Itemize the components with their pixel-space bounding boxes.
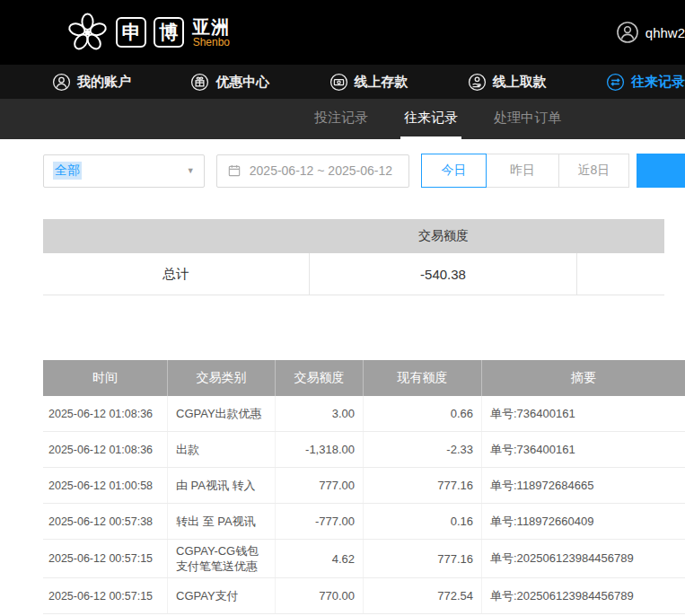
cell-summary: 单号:202506123984456789: [482, 578, 685, 613]
cell-type: 转出 至 PA视讯: [168, 504, 276, 539]
brand-char-shen: 申: [116, 17, 146, 48]
summary-empty-cell: [577, 253, 664, 295]
summary-total-row: 总计 -540.38: [43, 253, 664, 295]
cell-amount: 777.00: [276, 468, 364, 503]
cell-type: CGPAY支付: [168, 578, 276, 613]
cell-time: 2025-06-12 01:08:36: [43, 432, 168, 467]
nav-my-account[interactable]: 我的账户: [52, 73, 131, 92]
col-balance: 现有额度: [364, 360, 482, 396]
brand-region: 亚洲: [192, 17, 230, 37]
table-row: 2025-06-12 00:57:15 CGPAY-CG钱包支付笔笔送优惠 4.…: [43, 540, 685, 578]
summary-header-row: 交易额度: [43, 219, 664, 253]
cell-time: 2025-06-12 01:00:58: [43, 468, 168, 503]
topbar: 申 博 亚洲 Shenbo qhhw2: [0, 0, 685, 65]
cell-summary: 单号:736400161: [482, 432, 685, 467]
cell-summary: 单号:118972684665: [482, 468, 685, 503]
today-button[interactable]: 今日: [421, 154, 487, 188]
type-dropdown-value: 全部: [53, 162, 82, 180]
tab-transaction-records[interactable]: 往来记录: [400, 99, 461, 139]
cell-time: 2025-06-12 00:57:38: [43, 504, 168, 539]
cell-type: 出款: [168, 432, 276, 467]
col-time: 时间: [43, 360, 168, 396]
table-row: 2025-06-12 01:08:36 出款 -1,318.00 -2.33 单…: [43, 432, 685, 468]
nav-label: 线上取款: [493, 74, 547, 91]
tab-processing-orders[interactable]: 处理中订单: [490, 99, 565, 139]
brand-logo[interactable]: 申 博 亚洲 Shenbo: [66, 12, 230, 54]
col-type: 交易类别: [168, 360, 276, 396]
cell-type: 由 PA视讯 转入: [168, 468, 276, 503]
nav-deposit[interactable]: 线上存款: [329, 73, 408, 92]
cell-balance: 777.16: [364, 468, 482, 503]
brand-char-bo: 博: [154, 17, 184, 48]
date-range-picker[interactable]: 2025-06-12 ~ 2025-06-12: [216, 154, 409, 188]
main-nav: 我的账户 优惠中心 线上存款: [0, 65, 685, 99]
yesterday-button[interactable]: 昨日: [486, 154, 559, 188]
quick-range-buttons: 今日 昨日 近8日: [421, 154, 629, 188]
brand-subtitle: Shenbo: [193, 37, 230, 48]
table-row: 2025-06-12 01:08:36 CGPAY出款优惠 3.00 0.66 …: [43, 396, 685, 432]
nav-label: 线上存款: [355, 74, 408, 91]
date-range-value: 2025-06-12 ~ 2025-06-12: [250, 163, 392, 178]
username: qhhw2: [645, 25, 685, 40]
flower-logo-icon: [66, 12, 109, 54]
cell-summary: 单号:118972660409: [482, 504, 685, 539]
cell-balance: -2.33: [364, 432, 482, 467]
cell-time: 2025-06-12 00:57:15: [43, 540, 168, 577]
summary-header-label: 交易额度: [310, 228, 577, 244]
cell-balance: 777.16: [364, 540, 482, 577]
col-summary: 摘要: [482, 360, 685, 396]
promo-icon: [190, 73, 209, 92]
cell-amount: -777.00: [276, 504, 364, 539]
cell-amount: -1,318.00: [276, 432, 364, 467]
cell-summary: 单号:736400161: [482, 396, 685, 431]
summary-total-value: -540.38: [310, 253, 577, 295]
cell-amount: 4.62: [276, 540, 364, 577]
table-row: 2025-06-12 00:57:38 转出 至 PA视讯 -777.00 0.…: [43, 504, 685, 540]
user-avatar-icon: [616, 21, 639, 44]
cell-amount: 770.00: [276, 578, 364, 613]
cell-type: CGPAY出款优惠: [168, 396, 276, 431]
type-dropdown[interactable]: 全部 ▼: [43, 154, 205, 188]
withdraw-icon: [468, 73, 487, 92]
cell-type: CGPAY-CG钱包支付笔笔送优惠: [168, 540, 276, 577]
nav-withdraw[interactable]: 线上取款: [468, 73, 547, 92]
records-table: 时间 交易类别 交易额度 现有额度 摘要 2025-06-12 01:08:36…: [43, 360, 685, 614]
nav-label: 我的账户: [77, 74, 131, 91]
filter-bar: 全部 ▼ 2025-06-12 ~ 2025-06-12 今日 昨日 近8日: [43, 154, 685, 188]
sub-nav: 投注记录 往来记录 处理中订单: [0, 99, 685, 139]
account-icon: [52, 73, 71, 92]
records-header-row: 时间 交易类别 交易额度 现有额度 摘要: [43, 360, 685, 396]
table-row: 2025-06-12 00:57:15 CGPAY支付 770.00 772.5…: [43, 578, 685, 614]
deposit-icon: [329, 73, 348, 92]
nav-label: 优惠中心: [215, 74, 269, 91]
cell-summary: 单号:202506123984456789: [482, 540, 685, 577]
cell-amount: 3.00: [276, 396, 364, 431]
chevron-down-icon: ▼: [187, 166, 195, 175]
table-row: 2025-06-12 01:00:58 由 PA视讯 转入 777.00 777…: [43, 468, 685, 504]
cell-time: 2025-06-12 00:57:15: [43, 578, 168, 613]
page: 申 博 亚洲 Shenbo qhhw2: [0, 0, 685, 616]
col-amount: 交易额度: [276, 360, 364, 396]
nav-label: 往来记录: [631, 74, 685, 91]
search-button[interactable]: [637, 154, 685, 188]
summary-table: 交易额度 总计 -540.38: [43, 219, 664, 295]
summary-total-label: 总计: [43, 253, 310, 295]
user-area[interactable]: qhhw2: [616, 0, 685, 65]
last-8-days-button[interactable]: 近8日: [558, 154, 629, 188]
records-icon: [606, 73, 625, 92]
cell-balance: 772.54: [364, 578, 482, 613]
cell-time: 2025-06-12 01:08:36: [43, 396, 168, 431]
calendar-icon: [227, 163, 242, 178]
cell-balance: 0.16: [364, 504, 482, 539]
cell-balance: 0.66: [364, 396, 482, 431]
nav-promotions[interactable]: 优惠中心: [190, 73, 269, 92]
nav-transaction-records[interactable]: 往来记录: [606, 73, 685, 92]
tab-betting-records[interactable]: 投注记录: [311, 99, 372, 139]
